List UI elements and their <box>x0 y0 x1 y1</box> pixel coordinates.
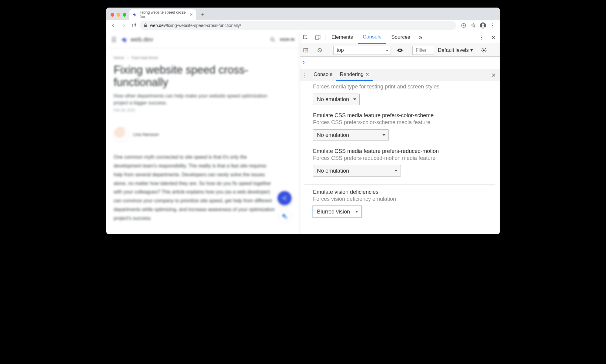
site-header: ☰ web.dev SIGN IN <box>106 31 299 48</box>
content-split: ☰ web.dev SIGN IN Home › Fast load times… <box>106 31 500 234</box>
console-context-value: top <box>337 47 344 53</box>
profile-button[interactable] <box>478 21 488 30</box>
color-scheme-title: Emulate CSS media feature prefers-color-… <box>313 112 486 119</box>
url-path: /fixing-website-speed-cross-functionally… <box>166 23 241 28</box>
devtools-menu-button[interactable] <box>475 35 488 40</box>
drawer-tab-close-icon[interactable]: ✕ <box>365 72 369 77</box>
back-button[interactable] <box>109 21 118 30</box>
reduced-motion-desc: Forces CSS prefers-reduced-motion media … <box>313 155 486 161</box>
svg-point-6 <box>492 26 493 27</box>
browser-toolbar: web.dev/fixing-website-speed-cross-funct… <box>106 20 500 31</box>
author-name[interactable]: Lina Hansson <box>133 132 159 137</box>
site-name: web.dev <box>131 36 153 43</box>
console-context-select[interactable]: top <box>333 46 391 55</box>
reduced-motion-select[interactable]: No emulation <box>313 165 401 177</box>
tab-console[interactable]: Console <box>358 31 386 44</box>
svg-point-7 <box>271 38 274 41</box>
svg-point-10 <box>285 199 286 200</box>
article-date: Feb 28, 2020 <box>114 108 275 112</box>
breadcrumb-home[interactable]: Home <box>114 55 124 60</box>
reduced-motion-title: Emulate CSS media feature prefers-reduce… <box>313 148 486 154</box>
svg-rect-11 <box>283 214 285 217</box>
media-type-desc: Forces media type for testing print and … <box>313 84 486 90</box>
breadcrumb-section[interactable]: Fast load times <box>132 55 158 60</box>
console-levels-select[interactable]: Default levels ▾ <box>436 47 475 53</box>
vision-desc: Forces vision deficiency emulation <box>313 196 486 202</box>
svg-rect-12 <box>285 216 287 219</box>
search-icon[interactable] <box>270 37 276 43</box>
bookmark-button[interactable] <box>469 21 478 30</box>
new-tab-button[interactable]: ＋ <box>198 10 207 18</box>
console-sidebar-toggle[interactable] <box>300 48 312 53</box>
address-bar[interactable]: web.dev/fixing-website-speed-cross-funct… <box>140 21 456 30</box>
console-filter-placeholder: Filter <box>416 48 427 53</box>
drawer-menu-button[interactable]: ⋮ <box>300 69 310 81</box>
console-toolbar: top Filter Default levels ▾ <box>300 44 500 57</box>
svg-point-17 <box>481 37 482 38</box>
avatar <box>114 127 129 142</box>
translate-fab[interactable] <box>278 210 291 223</box>
color-scheme-value: No emulation <box>317 132 349 138</box>
article: Fixing website speed cross-functionally … <box>106 62 282 234</box>
maximize-window-button[interactable] <box>123 13 126 17</box>
url-domain: web.dev <box>150 23 166 28</box>
svg-point-22 <box>483 49 484 51</box>
share-fab[interactable] <box>278 191 291 205</box>
svg-rect-15 <box>318 35 320 39</box>
lock-icon <box>143 23 148 28</box>
drawer-tab-console-label: Console <box>314 71 332 78</box>
drawer-tab-console[interactable]: Console <box>310 69 336 81</box>
favicon-icon <box>132 12 137 17</box>
devtools-drawer: ⋮ Console Rendering ✕ Forces media type … <box>300 69 500 234</box>
article-title: Fixing website speed cross-functionally <box>114 64 275 89</box>
rendering-pane: Forces media type for testing print and … <box>300 81 500 234</box>
drawer-tab-rendering[interactable]: Rendering ✕ <box>336 69 373 81</box>
color-scheme-desc: Forces CSS prefers-color-scheme media fe… <box>313 119 486 126</box>
tab-strip: Fixing website speed cross-fun ✕ ＋ <box>106 8 500 20</box>
web-page: ☰ web.dev SIGN IN Home › Fast load times… <box>106 31 300 234</box>
svg-point-18 <box>481 38 482 39</box>
vision-select[interactable]: Blurred vision <box>313 206 361 217</box>
forward-button[interactable] <box>119 21 128 30</box>
svg-rect-0 <box>144 25 147 27</box>
svg-point-8 <box>282 197 284 199</box>
install-app-button[interactable] <box>459 21 468 30</box>
minimize-window-button[interactable] <box>117 13 120 17</box>
svg-point-16 <box>481 35 482 36</box>
signin-link[interactable]: SIGN IN <box>280 38 295 42</box>
tab-sources[interactable]: Sources <box>386 31 415 44</box>
devtools-tabs: Elements Console Sources » <box>300 31 500 44</box>
inspect-element-button[interactable] <box>300 31 312 44</box>
browser-menu-button[interactable] <box>488 21 497 30</box>
reload-button[interactable] <box>129 21 138 30</box>
console-output[interactable]: › <box>300 57 500 69</box>
media-type-select[interactable]: No emulation <box>313 94 360 105</box>
live-expression-button[interactable] <box>394 47 406 54</box>
device-toolbar-button[interactable] <box>312 31 324 44</box>
tab-title: Fixing website speed cross-fun <box>140 10 187 19</box>
clear-console-button[interactable] <box>314 48 326 53</box>
site-logo[interactable]: web.dev <box>121 36 153 44</box>
breadcrumb: Home › Fast load times <box>106 48 299 62</box>
drawer-close-button[interactable] <box>488 69 500 81</box>
drawer-tabs: ⋮ Console Rendering ✕ <box>300 69 500 81</box>
close-window-button[interactable] <box>111 13 114 17</box>
color-scheme-select[interactable]: No emulation <box>313 129 389 141</box>
reduced-motion-value: No emulation <box>317 168 349 174</box>
devtools-close-button[interactable] <box>488 35 500 40</box>
tab-elements[interactable]: Elements <box>327 31 358 44</box>
menu-icon[interactable]: ☰ <box>111 36 117 43</box>
media-type-value: No emulation <box>317 96 349 103</box>
window-controls <box>109 13 128 20</box>
vision-value: Blurred vision <box>317 209 350 215</box>
svg-point-4 <box>492 23 493 24</box>
browser-tab[interactable]: Fixing website speed cross-fun ✕ <box>129 9 196 20</box>
console-filter-input[interactable]: Filter <box>412 46 434 55</box>
vision-title: Emulate vision deficiencies <box>313 189 486 195</box>
tab-close-icon[interactable]: ✕ <box>189 12 193 17</box>
toolbar-actions <box>459 21 497 30</box>
svg-point-5 <box>492 25 493 26</box>
console-settings-button[interactable] <box>478 47 490 53</box>
more-tabs-button[interactable]: » <box>415 31 426 44</box>
drawer-tab-rendering-label: Rendering <box>340 71 363 78</box>
